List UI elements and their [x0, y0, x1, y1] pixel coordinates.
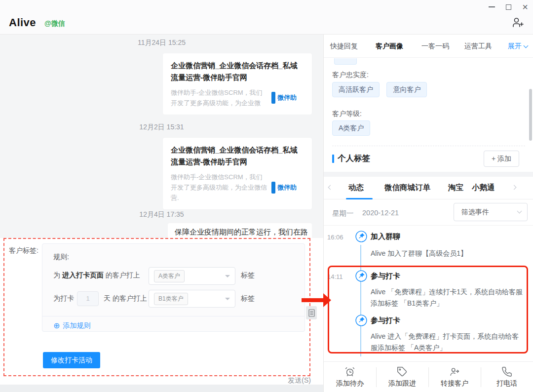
chat-timestamp: 11月24日 15:25: [0, 39, 323, 47]
selected-tag-chip: A类客户: [154, 270, 185, 282]
event-title: 加入群聊: [371, 232, 400, 241]
chevron-down-icon: [517, 209, 522, 214]
activity-tab-bar: 动态 微信商城订单 淘宝 小鹅通: [324, 177, 533, 199]
event-description: Alive 进入「免费课程」打卡页面，系统自动给客服添加标签 「A类客户」: [371, 331, 526, 353]
close-icon[interactable]: ×: [522, 3, 528, 10]
app-title: Alive: [9, 16, 36, 29]
link-title: 企业微信营销_企业微信会话存档_私域流量运营-微伴助手官网: [171, 60, 304, 83]
sidebar-tab-bar: 快捷回复 客户画像 一客一码 运营工具 展开: [324, 35, 533, 58]
customer-tag-field-label: 客户标签:: [9, 246, 38, 255]
modify-checkin-activity-button[interactable]: 修改打卡活动: [43, 352, 100, 368]
level-label: 客户等级:: [332, 110, 362, 118]
add-rule-link[interactable]: ⊕ 添加规则: [53, 321, 90, 330]
maximize-icon[interactable]: [506, 4, 511, 10]
rule2-mid: 天 的客户打上: [104, 294, 147, 303]
chevron-down-icon: [225, 275, 230, 277]
add-todo-button[interactable]: 添加待办: [324, 362, 376, 392]
call-button[interactable]: 打电话: [481, 362, 533, 392]
clipped-tag-chip: [334, 58, 357, 65]
loyalty-tag[interactable]: 意向客户: [386, 82, 427, 97]
event-description: Alive 「免费课程」连续打卡1天，系统自动给客服添加标签 「B1类客户」: [371, 286, 526, 309]
event-filter-select[interactable]: 筛选事件: [454, 203, 528, 221]
link-description: 微伴助手-企业微信SCRM，我们开发了更多高级功能，为企业微信营.: [171, 172, 268, 203]
event-pin-icon: [355, 270, 367, 282]
selected-tag-chip: B1类客户: [154, 293, 188, 305]
event-time: 14:11: [327, 273, 343, 280]
timeline-line: [360, 245, 361, 356]
send-shortcut-hint: 发送(S): [163, 376, 311, 385]
chevron-down-icon: [225, 298, 230, 300]
red-arrow-annotation: [302, 298, 324, 302]
dashed-divider: [332, 146, 525, 146]
scrollbar-thumb[interactable]: [529, 89, 532, 141]
rule2-tag-select[interactable]: B1类客户: [149, 290, 235, 308]
title-bar: × Alive @微信: [0, 0, 533, 35]
subtab-wechat-mall-orders[interactable]: 微信商城订单: [384, 183, 430, 193]
section-accent-bar: [332, 155, 334, 163]
subtab-activity[interactable]: 动态: [348, 183, 364, 193]
transfer-customer-button[interactable]: 转接客户: [428, 362, 481, 392]
weibanzhushou-logo-icon: [271, 182, 275, 194]
window-bottom-strip: [0, 385, 323, 392]
link-description: 微伴助手-企业微信SCRM，我们开发了更多高级功能，为企业微: [171, 87, 268, 108]
tab-customer-profile[interactable]: 客户画像: [376, 42, 403, 51]
weibanzhushou-logo-icon: [271, 92, 275, 104]
date-label: 2020-12-21: [362, 209, 399, 217]
rule1-suffix: 标签: [241, 271, 255, 280]
alarm-clock-icon: [344, 366, 355, 377]
loyalty-label: 客户忠实度:: [332, 71, 369, 79]
chat-timestamp: 12月4日 17:35: [0, 210, 323, 219]
days-input[interactable]: 1: [77, 291, 99, 306]
action-bar: 添加待办 添加跟进 转接客户 打电话: [324, 361, 533, 392]
section-separator: [324, 172, 533, 177]
tab-operation-tools[interactable]: 运营工具: [464, 42, 492, 51]
chevron-right-icon[interactable]: [512, 185, 517, 190]
add-followup-button[interactable]: 添加跟进: [376, 362, 428, 392]
notes-list-icon[interactable]: [306, 306, 317, 319]
phone-icon: [501, 366, 512, 377]
add-tag-button[interactable]: + 添加: [484, 151, 519, 167]
subtab-xiaoe-tong[interactable]: 小鹅通: [472, 183, 495, 193]
event-description: Alive 加入了群聊【高级会员1】: [371, 248, 526, 259]
wechat-badge: @微信: [44, 19, 65, 28]
divider: [42, 316, 305, 316]
loyalty-tag[interactable]: 高活跃客户: [332, 82, 380, 97]
event-pin-icon: [355, 314, 367, 326]
text-message-bubble[interactable]: 保障企业疫情期间的正常运行，我们在路: [168, 223, 312, 238]
customer-sidebar: 快捷回复 客户画像 一客一码 运营工具 展开 客户忠实度: 高活跃客户 意向客户…: [323, 35, 533, 392]
tab-quick-reply[interactable]: 快捷回复: [330, 42, 358, 51]
expand-button[interactable]: 展开: [508, 42, 528, 51]
event-pin-icon: [355, 231, 367, 242]
rule2-prefix: 为打卡: [53, 294, 74, 303]
chevron-left-icon[interactable]: [328, 185, 333, 190]
link-thumbnail: 微伴助: [271, 92, 297, 104]
event-time: 16:06: [327, 234, 343, 241]
weekday-label: 星期一: [332, 209, 354, 218]
rule1-text: 为 进入打卡页面 的客户打上: [53, 271, 140, 280]
link-title: 企业微信营销_企业微信会话存档_私域流量运营-微伴助手官网: [171, 144, 304, 168]
rule1-tag-select[interactable]: A类客户: [149, 267, 235, 285]
level-tag[interactable]: A类客户: [332, 120, 370, 136]
chat-timestamp: 12月2日 15:31: [0, 123, 323, 132]
subtab-taobao[interactable]: 淘宝: [448, 183, 463, 193]
link-thumbnail: 微伴助: [271, 182, 297, 194]
rules-label: 规则:: [53, 253, 69, 262]
date-filter-row: 星期一 2020-12-21 筛选事件: [324, 199, 533, 226]
chevron-down-icon: [524, 43, 529, 48]
red-arrow-head: [323, 293, 331, 307]
app-window: × Alive @微信 11月24日 15:25 企业微信营销_企业微信会话存档…: [0, 0, 533, 392]
event-title: 参与打卡: [371, 316, 400, 325]
tag-rules-panel: 规则: 为 进入打卡页面 的客户打上 A类客户 标签 为打卡 1 天 的客户打上…: [42, 243, 305, 332]
personal-tags-title: 个人标签: [338, 153, 370, 164]
minimize-icon[interactable]: [489, 6, 495, 7]
link-message-card[interactable]: 企业微信营销_企业微信会话存档_私域流量运营-微伴助手官网 微伴助手-企业微信S…: [163, 138, 312, 209]
plus-circle-icon: ⊕: [53, 321, 60, 330]
link-message-card[interactable]: 企业微信营销_企业微信会话存档_私域流量运营-微伴助手官网 微伴助手-企业微信S…: [163, 53, 312, 115]
person-arrow-icon: [449, 366, 460, 377]
tab-one-customer-one-code[interactable]: 一客一码: [421, 42, 449, 51]
tag-icon: [397, 366, 408, 377]
event-title: 参与打卡: [371, 272, 400, 281]
rule2-suffix: 标签: [241, 294, 255, 303]
add-contact-icon[interactable]: [512, 16, 524, 28]
